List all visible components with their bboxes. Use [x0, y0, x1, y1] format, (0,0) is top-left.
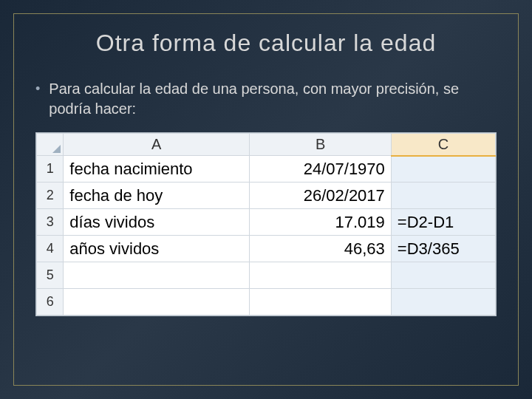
slide-frame [13, 13, 519, 386]
select-all-corner[interactable] [37, 134, 64, 156]
